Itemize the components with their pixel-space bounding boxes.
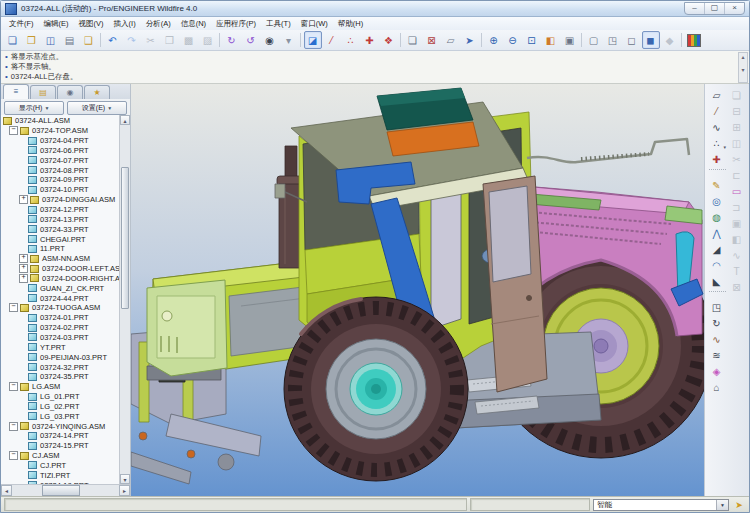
- menu-analysis[interactable]: 分析(A): [141, 19, 176, 29]
- collapse-icon[interactable]: −: [9, 126, 18, 135]
- tree-item[interactable]: YT.PRT: [1, 342, 119, 352]
- maximize-button[interactable]: ▢: [704, 3, 724, 14]
- spin-center-display-icon[interactable]: ❖: [380, 31, 398, 49]
- tree-item[interactable]: TIZI.PRT: [1, 470, 119, 480]
- tree-item[interactable]: 03724-09.PRT: [1, 175, 119, 185]
- sweep-tool-icon[interactable]: ∿: [708, 331, 725, 347]
- no-hidden-display-icon[interactable]: ◻: [623, 31, 641, 49]
- settings-dropdown-button[interactable]: 设置(E)▼: [67, 101, 127, 115]
- open-file-icon[interactable]: ❒: [23, 31, 41, 49]
- tree-item[interactable]: −LG.ASM: [1, 382, 119, 392]
- select-items-icon[interactable]: ➤: [732, 499, 746, 511]
- tree-item[interactable]: −03724-YINQING.ASM: [1, 421, 119, 431]
- datum-points-display-icon[interactable]: ∴: [342, 31, 360, 49]
- chamfer-tool-icon[interactable]: ◣: [708, 273, 725, 289]
- expand-icon[interactable]: +: [19, 274, 28, 283]
- folder-browser-tab[interactable]: ▤: [30, 85, 56, 99]
- repaint-icon[interactable]: ◧: [542, 31, 560, 49]
- tree-item[interactable]: +03724-DOOR-RIGHT.ASM: [1, 274, 119, 284]
- tree-item[interactable]: 03724-33.PRT: [1, 224, 119, 234]
- menu-window[interactable]: 窗口(W): [296, 19, 333, 29]
- shaded-display-icon[interactable]: ◼: [642, 31, 660, 49]
- tree-item[interactable]: 03724-01.PRT: [1, 313, 119, 323]
- tree-item[interactable]: +03724-DINGGAI.ASM: [1, 195, 119, 205]
- wireframe-display-icon[interactable]: ▢: [585, 31, 603, 49]
- regenerate-manager-icon[interactable]: ↺: [242, 31, 260, 49]
- tree-horizontal-scrollbar[interactable]: ◂ ▸: [1, 484, 130, 496]
- scroll-right-arrow[interactable]: ▸: [119, 485, 130, 496]
- tree-item[interactable]: 03724-13.PRT: [1, 214, 119, 224]
- menu-help[interactable]: 帮助(H): [333, 19, 368, 29]
- print-icon[interactable]: ▤: [61, 31, 79, 49]
- datum-point-tool-icon[interactable]: ∴▾: [708, 135, 725, 151]
- appearance-gallery-icon[interactable]: [685, 31, 703, 49]
- datum-axes-display-icon[interactable]: ⁄: [323, 31, 341, 49]
- tree-item[interactable]: +03724-DOOR-LEFT.ASM: [1, 264, 119, 274]
- tree-item[interactable]: CJ.PRT: [1, 461, 119, 471]
- tree-item[interactable]: 03724-07.PRT: [1, 155, 119, 165]
- regenerate-icon[interactable]: ↻: [223, 31, 241, 49]
- new-file-icon[interactable]: ❏: [4, 31, 22, 49]
- tree-item[interactable]: CHEGAI.PRT: [1, 234, 119, 244]
- hole-tool-icon[interactable]: ◎: [708, 193, 725, 209]
- tree-item[interactable]: 03724-12.PRT: [1, 205, 119, 215]
- minimize-button[interactable]: –: [685, 3, 704, 14]
- tree-item[interactable]: −03724-TOP.ASM: [1, 126, 119, 136]
- tree-item[interactable]: 03724-ALL.ASM: [1, 116, 119, 126]
- connections-tab[interactable]: ★: [84, 85, 110, 99]
- tree-item[interactable]: 03724-15.PRT: [1, 441, 119, 451]
- menu-tools[interactable]: 工具(T): [261, 19, 296, 29]
- tree-vertical-scrollbar[interactable]: ▴ ▾: [119, 115, 130, 484]
- draft-tool-icon[interactable]: ◢: [708, 241, 725, 257]
- tree-item[interactable]: 03724-03.PRT: [1, 333, 119, 343]
- menu-info[interactable]: 信息(N): [176, 19, 211, 29]
- zoom-in-icon[interactable]: ⊕: [485, 31, 503, 49]
- expand-icon[interactable]: +: [19, 254, 28, 263]
- collapse-icon[interactable]: −: [9, 382, 18, 391]
- hidden-line-display-icon[interactable]: ◳: [604, 31, 622, 49]
- new-window-icon[interactable]: ❏: [404, 31, 422, 49]
- collapse-icon[interactable]: −: [9, 422, 18, 431]
- menu-file[interactable]: 文件(F): [4, 19, 39, 29]
- refit-icon[interactable]: ⊡: [523, 31, 541, 49]
- save-a-copy-icon[interactable]: ❑: [80, 31, 98, 49]
- front-wheel[interactable]: [284, 297, 468, 481]
- scroll-thumb[interactable]: [42, 485, 80, 496]
- tree-item[interactable]: −03724-TUOGA.ASM: [1, 303, 119, 313]
- style-tool-icon[interactable]: ◈: [708, 363, 725, 379]
- collapse-icon[interactable]: −: [9, 303, 18, 312]
- find-icon[interactable]: ◉: [261, 31, 279, 49]
- graphics-area[interactable]: [131, 84, 706, 496]
- round-tool-icon[interactable]: ◠: [708, 257, 725, 273]
- model-tree-tab[interactable]: ≡: [3, 84, 29, 99]
- message-scrollbar[interactable]: ▴▾: [738, 52, 748, 83]
- more-tools-dropdown-icon[interactable]: ▾: [280, 31, 298, 49]
- datum-plane-tool-icon[interactable]: ▱: [708, 87, 725, 103]
- tree-item[interactable]: 03724-10.PRT: [1, 185, 119, 195]
- undo-icon[interactable]: ↶: [104, 31, 122, 49]
- close-button[interactable]: ×: [724, 3, 744, 14]
- front-grille[interactable]: [147, 280, 227, 376]
- chevron-down-icon[interactable]: ▾: [723, 144, 726, 150]
- sketched-curve-tool-icon[interactable]: ∿: [708, 119, 725, 135]
- tree-item[interactable]: 03724-06.PRT: [1, 146, 119, 156]
- menu-applications[interactable]: 应用程序(P): [211, 19, 261, 29]
- tree-item[interactable]: 03724-44.PRT: [1, 293, 119, 303]
- tree-item[interactable]: LG_01.PRT: [1, 392, 119, 402]
- model-viewport[interactable]: [131, 84, 706, 496]
- coordinate-system-tool-icon[interactable]: ✚: [708, 151, 725, 167]
- expand-icon[interactable]: +: [19, 195, 28, 204]
- menu-edit[interactable]: 编辑(E): [39, 19, 74, 29]
- tree-item[interactable]: 03724-32.PRT: [1, 362, 119, 372]
- expand-icon[interactable]: +: [19, 264, 28, 273]
- reorient-view-icon[interactable]: ➤: [461, 31, 479, 49]
- scroll-thumb[interactable]: [121, 167, 129, 309]
- warp-tool-icon[interactable]: ⌂: [708, 379, 725, 395]
- tree-item[interactable]: 03724-35.PRT: [1, 372, 119, 382]
- selection-filter-combo[interactable]: 智能 ▼: [593, 499, 729, 511]
- close-window-icon[interactable]: ⊠: [423, 31, 441, 49]
- saved-views-dropdown-icon[interactable]: ▣: [561, 31, 579, 49]
- datum-axis-tool-icon[interactable]: ⁄: [708, 103, 725, 119]
- collapse-icon[interactable]: −: [9, 451, 18, 460]
- scroll-up-arrow[interactable]: ▴: [120, 115, 130, 125]
